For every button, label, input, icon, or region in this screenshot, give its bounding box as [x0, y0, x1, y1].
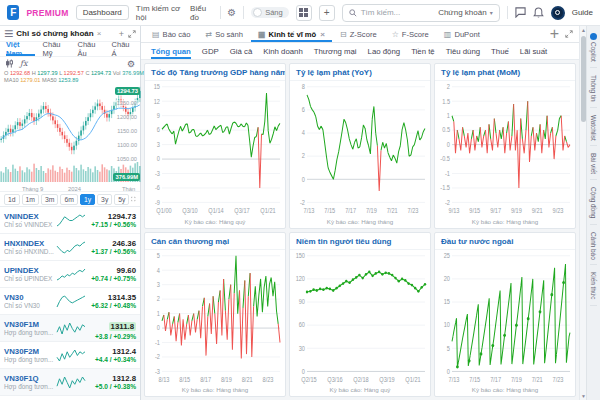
add-panel-icon[interactable]: + — [119, 29, 124, 39]
region-tab-vietnam[interactable]: Việt Nam — [6, 42, 35, 56]
rail-watchlist[interactable]: Watchlist — [590, 110, 597, 147]
svg-text:3: 3 — [157, 142, 161, 148]
add-view-icon[interactable]: + — [550, 25, 559, 43]
global-search-input[interactable]: Tìm kiếm... Chứng khoán▾ — [342, 4, 500, 22]
rail-canh-bao[interactable]: Cảnh báo — [590, 227, 597, 266]
range-6m-button[interactable]: 6m — [60, 194, 77, 205]
svg-text:7/13: 7/13 — [449, 376, 460, 382]
index-change: +6.32 / +0.48% — [91, 302, 136, 310]
rail-thong-tin[interactable]: Thông tin — [590, 70, 597, 108]
scrollbar-thumb[interactable] — [581, 36, 586, 122]
tab-so-sanh[interactable]: ⇄So sánh — [198, 26, 250, 42]
subtab-tien-te[interactable]: Tiền tệ — [411, 47, 435, 56]
svg-text:-1: -1 — [445, 171, 451, 177]
subtab-kinh-doanh[interactable]: Kinh doanh — [263, 47, 302, 56]
subtab-gia-ca[interactable]: Giá cả — [230, 47, 253, 56]
subtab-tong-quan[interactable]: Tổng quan — [151, 43, 191, 59]
range-1m-button[interactable]: 1m — [22, 194, 39, 205]
tab-dupont[interactable]: ▥DuPont — [437, 26, 487, 42]
region-tab-americas[interactable]: Châu Mỹ — [43, 40, 70, 58]
candlestick-style-icon[interactable] — [5, 59, 14, 68]
expand-panel-icon[interactable] — [128, 30, 136, 38]
index-change: +7.15 / +0.56% — [91, 221, 136, 229]
rail-cong-dong[interactable]: Cộng đồng — [590, 182, 597, 224]
foreign-investment-chart[interactable]: 25201510507/137/157/177/197/217/23 — [435, 250, 575, 387]
main-scrollbar[interactable]: ▲ ▼ — [579, 26, 586, 400]
inflation-yoy-chart[interactable]: 86420-27/137/157/177/197/217/23 — [290, 81, 430, 218]
region-tab-europe[interactable]: Châu Âu — [77, 40, 103, 58]
subtab-thuong-mai[interactable]: Thương mại — [314, 47, 357, 56]
range-1y-button[interactable]: 1y — [80, 194, 95, 205]
guide-link[interactable]: Guide — [572, 8, 593, 17]
nav-opportunity-link[interactable]: Tìm kiếm cơ hội — [136, 4, 183, 22]
range-5y-button[interactable]: 5y — [114, 194, 129, 205]
layout-grid-icon[interactable] — [296, 5, 312, 21]
theme-toggle[interactable]: Sáng — [251, 7, 289, 18]
svg-text:8/23: 8/23 — [263, 376, 274, 382]
region-tab-asia[interactable]: Châu Á — [112, 40, 134, 58]
svg-text:20: 20 — [444, 275, 451, 281]
settings-gear-icon[interactable]: ⚙ — [227, 7, 236, 18]
index-row-vn30f1m[interactable]: VN30F1MHợp đồng tươn... 1311.8+3.8 / +0.… — [0, 315, 140, 342]
divider — [220, 6, 221, 19]
index-row-vnindex[interactable]: VNINDEXChỉ số VNINDEX 1294.73+7.15 / +0.… — [0, 207, 140, 234]
subtab-gdp[interactable]: GDP — [202, 47, 219, 56]
index-row-hnxindex[interactable]: HNXINDEXChỉ số HNXIND... 246.36+1.37 / +… — [0, 234, 140, 261]
messages-icon[interactable] — [515, 7, 526, 18]
tab-f-score[interactable]: ☆F-Score — [385, 26, 436, 42]
gdp-growth-chart[interactable]: 15129630-3-6-9Q1/00Q3/10Q1/14Q3/17Q1/21 — [145, 81, 285, 218]
close-tab-icon[interactable]: × — [320, 30, 325, 39]
svg-text:0.5: 0.5 — [442, 127, 450, 133]
range-3m-button[interactable]: 3m — [41, 194, 58, 205]
close-panel-tab-icon[interactable]: × — [97, 29, 102, 38]
tab-bao-cao[interactable]: ▤Báo cáo — [145, 26, 197, 42]
trade-balance-chart[interactable]: 543210-1-2-38/138/158/178/198/218/23 — [145, 250, 285, 387]
nav-charts-link[interactable]: Biểu đồ — [190, 4, 212, 22]
index-row-vn30[interactable]: VN30Chỉ số VN30 1314.35+6.32 / +0.48% — [0, 288, 140, 315]
dashboard-button[interactable]: Dashboard — [76, 5, 129, 20]
rail-copilot[interactable]: Copilot — [590, 28, 597, 68]
chart-settings-gear-icon[interactable]: ⚙ — [127, 59, 135, 69]
svg-text:-9: -9 — [155, 199, 161, 205]
inflation-mom-chart[interactable]: 21.510.50-0.5-1-1.5-29/139/159/179/199/2… — [435, 81, 575, 218]
consumer-confidence-chart[interactable]: 1501209060300Q2/15Q3/16Q2/18Q3/19Q1/21 — [290, 250, 430, 387]
subtab-lai-suat[interactable]: Lãi suất — [520, 47, 547, 56]
user-avatar[interactable] — [551, 6, 565, 20]
card-trade-balance: Cán cân thương mại 543210-1-2-38/138/158… — [144, 232, 286, 398]
subtab-thue[interactable]: Thuế — [491, 47, 509, 56]
index-row-upindex[interactable]: UPINDEXChỉ số UPINDEX 99.60+0.74 / +0.75… — [0, 261, 140, 288]
notifications-bell-icon[interactable] — [533, 7, 544, 18]
svg-text:8/21: 8/21 — [242, 376, 253, 382]
range-1d-button[interactable]: 1d — [4, 194, 20, 205]
main-area: ▤Báo cáo ⇄So sánh ▦Kinh tế vĩ mô× ⊟Z-Sco… — [141, 26, 579, 400]
fullscreen-icon[interactable] — [131, 195, 136, 203]
scroll-up-arrow[interactable]: ▲ — [580, 27, 587, 33]
index-row-vn30f1q[interactable]: VN30F1QHợp đồng tươn... 1312.8+5.0 / +0.… — [0, 369, 140, 396]
volume-tag: 376.99M — [113, 173, 140, 181]
workspace-tab-bar: ▤Báo cáo ⇄So sánh ▦Kinh tế vĩ mô× ⊟Z-Sco… — [141, 26, 579, 43]
rail-kien-thuc[interactable]: Kiến thức — [590, 267, 597, 305]
sparkline — [56, 213, 86, 227]
scroll-down-arrow[interactable]: ▼ — [580, 393, 587, 399]
index-desc: Chỉ số HNXIND... — [4, 248, 56, 256]
add-tab-button[interactable]: + — [319, 5, 335, 21]
index-row-vn30f2q[interactable]: VN30F2QHợp đồng tươn... 1311.0 — [0, 396, 140, 400]
tab-z-score[interactable]: ⊟Z-Score — [333, 26, 384, 42]
search-placeholder: Tìm kiếm... — [361, 8, 401, 17]
index-row-vn30f2m[interactable]: VN30F2MHợp đồng tươn... 1312.4+4.4 / +0.… — [0, 342, 140, 369]
indicator-fx-icon[interactable]: ƒx — [20, 59, 27, 68]
svg-text:15: 15 — [444, 299, 451, 305]
subtab-lao-dong[interactable]: Lao động — [368, 47, 401, 56]
index-price: 1312.4 — [95, 347, 136, 356]
svg-text:8/15: 8/15 — [179, 376, 190, 382]
range-3y-button[interactable]: 3y — [97, 194, 112, 205]
subtab-tieu-dung[interactable]: Tiêu dùng — [446, 47, 480, 56]
app-logo-icon[interactable]: F — [7, 5, 19, 20]
index-desc: Hợp đồng tươn... — [4, 356, 56, 364]
rail-bai-viet[interactable]: Bài viết — [590, 148, 597, 180]
svg-text:7/19: 7/19 — [366, 208, 377, 214]
tab-kinh-te-vi-mo[interactable]: ▦Kinh tế vĩ mô× — [251, 26, 332, 42]
search-scope-dropdown[interactable]: Chứng khoán▾ — [438, 8, 493, 17]
expand-view-icon[interactable] — [565, 30, 573, 38]
index-candle-chart[interactable]: 1294.73 1250.00 1200.00 1150.00 1100.00 … — [0, 84, 140, 192]
